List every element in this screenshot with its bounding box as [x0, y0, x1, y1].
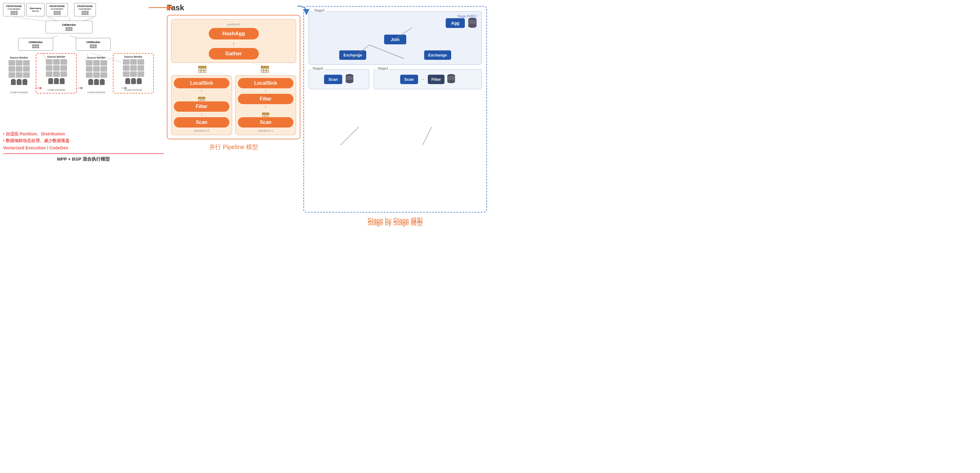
cn0-label: COMPUTENODE [3, 91, 35, 94]
table-icons-row [171, 66, 296, 73]
table-icon-2 [261, 66, 269, 73]
arrow-3: ↑ [174, 112, 229, 117]
pipelines-row: LocalSink ↑ Filter ↑ [171, 75, 296, 135]
stage2-label: Stage2 [312, 8, 326, 12]
bullet-text-1: 自适应 Partition、Distribution [6, 131, 65, 136]
table-icon-3 [198, 97, 205, 101]
arrow-2: ↑ [174, 88, 229, 94]
agg-db-icon [468, 18, 477, 29]
frontnode-1: FRONTNODE Coordinator [3, 3, 25, 16]
scan-s1-node: Scan [400, 75, 418, 84]
middle-bottom-label: 并行 Pipeline 模型 [167, 143, 301, 151]
frontnode-3: FRONTNODE Coordinator [74, 3, 96, 16]
middle-panel: Task pipeline0 HashAgg ↑ Gather [167, 3, 301, 234]
stage0-content: Scan [313, 74, 364, 84]
fn2-label2: Coordinator [51, 8, 64, 10]
cn-worker-top: CN/Worker [46, 21, 92, 33]
fn3-grid [82, 11, 89, 15]
sw1-grid [46, 59, 67, 77]
frontnode-2: FRONTNODE Coordinator [46, 3, 68, 16]
sw3-label: Source Worker [115, 55, 152, 58]
localsink1-op: LocalSink [174, 78, 229, 88]
sw2-db [80, 79, 112, 85]
exchange-row: Exchange Exchange [313, 50, 477, 60]
pipeline0-label: pipeline0 [175, 22, 293, 26]
scan-s0-node: Scan [324, 75, 342, 84]
sw2-grid [86, 60, 107, 78]
stage-parallel-label: Stage 内并行 [457, 14, 477, 19]
stage0-db-icon [345, 74, 354, 84]
agg-row: Agg [313, 18, 477, 29]
exchange2-node: Exchange [424, 50, 451, 60]
stage-container: Stage2 Stage 内并行 Agg [304, 6, 487, 212]
task-box: pipeline0 HashAgg ↑ Gather [167, 15, 301, 139]
svg-point-23 [346, 80, 353, 83]
frontnode-row: FRONTNODE Coordinator Discovery Server F… [3, 3, 96, 16]
bullet-list: • 自适应 Partition、Distribution • 数据倾斜动态处理、… [3, 131, 164, 143]
sw3-db [115, 78, 152, 84]
bullet-dot-2: • [3, 138, 6, 143]
cn-mr-grid [90, 44, 97, 48]
table-icon-3-wrap [174, 94, 229, 101]
pipeline0-box: pipeline0 HashAgg ↑ Gather [171, 19, 296, 63]
fn3-label1: FRONTNODE [77, 5, 93, 8]
exchange1-node: Exchange [339, 50, 366, 60]
cn2-label: COMPUTENODE [80, 91, 112, 94]
table-icon-4-wrap [238, 110, 293, 116]
sw3-grid [123, 59, 144, 77]
scan1-op: Scan [174, 117, 229, 127]
bullet-dot-1: • [3, 131, 6, 136]
sw0-label: Source Worker [3, 56, 35, 59]
mpp-text: MPP + BSP 混合执行模型 [3, 153, 164, 162]
arrow-5: ↑ [238, 104, 293, 110]
fn2-label1: FRONTNODE [49, 5, 65, 8]
bottom-text-section: • 自适应 Partition、Distribution • 数据倾斜动态处理、… [3, 129, 164, 162]
sw0-db [3, 79, 35, 85]
source-worker-group-1: Source Worker COMPUTENODE [36, 53, 77, 94]
fn1-label1: FRONTNODE [6, 5, 22, 8]
source-worker-group-3: Source Worker COMPUTENODE [113, 53, 154, 94]
fn3-label2: Coordinator [79, 8, 91, 10]
stage2-box: Stage2 Stage 内并行 Agg [309, 11, 482, 65]
join-row: Join [313, 35, 477, 44]
sw0-grid [8, 60, 30, 78]
pipeline1-1-box: LocalSink ↑ Filter ↑ [235, 75, 296, 135]
hashagg-op: HashAgg [209, 28, 259, 40]
task-title: Task [167, 3, 301, 13]
source-worker-group-0: Source Worker COMPUTENODE [3, 56, 35, 94]
right-bottom-label: Stage by Stage 模型 [304, 219, 487, 228]
table-icon-4 [262, 113, 269, 116]
stage1-arrow: → [420, 76, 425, 82]
pipeline1-0-box: LocalSink ↑ Filter ↑ [171, 75, 232, 135]
gather-op: Gather [209, 48, 259, 59]
sw1-label: Source Worker [38, 55, 75, 58]
left-panel: FRONTNODE Coordinator Discovery Server F… [3, 3, 164, 234]
cn-ml-label: CN/Worker [29, 41, 43, 44]
svg-line-19 [340, 127, 359, 145]
sw1-db [38, 78, 75, 84]
svg-point-15 [468, 25, 476, 28]
ds-label2: Server [32, 10, 39, 13]
agg-node: Agg [446, 18, 465, 28]
arrow-1: ↑ [175, 40, 293, 48]
fn1-label2: Coordinator [8, 8, 20, 10]
source-worker-group-2: Source Worker COMPUTENODE [80, 56, 112, 94]
right-panel: Stage by Stage 模型 Stage2 Stage 内并行 Agg [304, 3, 487, 234]
stage0-label: Stage0 [311, 67, 325, 70]
filter1-op: Filter [174, 101, 229, 112]
bullet-1: • 自适应 Partition、Distribution [3, 131, 164, 137]
cn-mr-label: CN/Worker [86, 41, 100, 44]
filter2-op: Filter [238, 94, 293, 104]
cn-worker-mid-right: CN/Worker [76, 38, 111, 51]
pipeline1-0-label: pipeline1-0 [174, 129, 229, 132]
table-icon-1 [199, 66, 206, 73]
filter-s1-node: Filter [428, 75, 445, 84]
discovery-server: Discovery Server [26, 3, 45, 16]
stages-bottom-row: Stage0 Scan Stage1 Scan [309, 69, 482, 89]
cn-top-grid [65, 27, 73, 31]
scan2-op: Scan [238, 117, 293, 127]
bullet-text-2: 数据倾斜动态处理、减少数据落盘 [6, 138, 70, 143]
cn-top-label: CN/Worker [62, 23, 76, 26]
fn1-grid [11, 11, 18, 15]
main-container: FRONTNODE Coordinator Discovery Server F… [0, 0, 490, 237]
